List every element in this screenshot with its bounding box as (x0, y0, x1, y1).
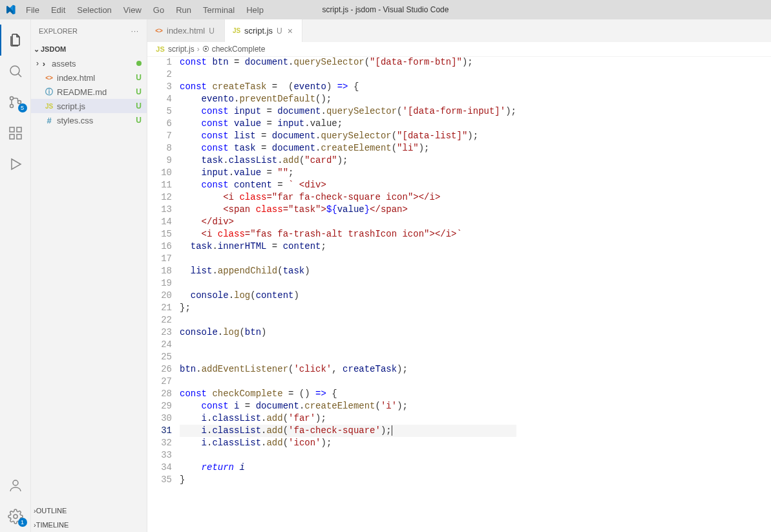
file-js-icon: JS (155, 44, 165, 54)
file-name: script.js (57, 101, 136, 111)
untracked-badge: U (136, 101, 142, 111)
accounts-icon[interactable] (0, 470, 31, 501)
extensions-icon[interactable] (0, 118, 31, 149)
untracked-badge: U (136, 73, 142, 82)
file-type-icon: › (39, 58, 49, 69)
breadcrumb-file[interactable]: script.js (168, 45, 195, 54)
line-gutter: 1234567891011121314151617181920212223242… (147, 56, 180, 532)
svg-line-1 (18, 74, 21, 77)
tab-script-js[interactable]: JSscript.jsU× (225, 19, 302, 42)
untracked-badge: U (136, 116, 142, 125)
sidebar: EXPLORER ··· ⌄ JSDOM ››assets<>index.htm… (31, 19, 147, 532)
file-type-icon: <> (44, 72, 54, 83)
file-name: styles.css (57, 116, 136, 125)
tab-bar: <>index.htmlUJSscript.jsU× (147, 19, 771, 42)
svg-marker-9 (12, 159, 21, 169)
file-type-icon: JS (44, 101, 54, 111)
tab-mod: U (209, 27, 215, 36)
titlebar: FileEditSelectionViewGoRunTerminalHelp s… (0, 0, 771, 19)
file-type-icon: <> (154, 26, 164, 36)
file-type-icon: ⓘ (44, 87, 54, 97)
settings-badge: 1 (18, 518, 27, 527)
breadcrumb-symbol[interactable]: checkComplete (212, 45, 266, 54)
timeline-section[interactable]: › TIMELINE (31, 518, 147, 532)
svg-rect-5 (10, 127, 14, 132)
activity-bar: 5 1 (0, 19, 31, 532)
menu-run[interactable]: Run (171, 3, 196, 17)
code-editor[interactable]: 1234567891011121314151617181920212223242… (147, 56, 771, 532)
file-name: README.md (57, 87, 136, 97)
sidebar-title: EXPLORER ··· (31, 19, 147, 42)
menu-go[interactable]: Go (148, 3, 169, 17)
more-icon[interactable]: ··· (131, 27, 139, 35)
vscode-logo-icon (5, 5, 16, 15)
svg-rect-7 (17, 134, 21, 139)
explorer-icon[interactable] (0, 25, 31, 56)
svg-rect-8 (17, 127, 21, 132)
outline-section[interactable]: › OUTLINE (31, 504, 147, 518)
tab-mod: U (277, 27, 282, 36)
file-name: index.html (57, 73, 136, 83)
file-type-icon: JS (231, 26, 242, 36)
menu-edit[interactable]: Edit (46, 3, 70, 17)
file-list: ››assets<>index.htmlUⓘREADME.mdUJSscript… (31, 56, 147, 127)
close-icon[interactable]: × (288, 26, 293, 36)
file-row-README-md[interactable]: ⓘREADME.mdU (31, 85, 147, 99)
tab-index-html[interactable]: <>index.htmlU (147, 19, 225, 42)
search-icon[interactable] (0, 56, 31, 87)
tab-label: script.js (244, 26, 273, 36)
svg-point-3 (10, 105, 13, 108)
menu-selection[interactable]: Selection (72, 3, 116, 17)
outline-label: OUTLINE (36, 507, 67, 515)
file-type-icon: # (44, 115, 54, 125)
menu-terminal[interactable]: Terminal (198, 3, 240, 17)
folder-header[interactable]: ⌄ JSDOM (31, 42, 147, 56)
svg-point-10 (13, 480, 18, 485)
file-row-styles-css[interactable]: #styles.cssU (31, 113, 147, 127)
svg-point-11 (14, 515, 17, 518)
source-control-icon[interactable]: 5 (0, 87, 31, 118)
file-row-assets[interactable]: ››assets (31, 56, 147, 70)
svg-point-0 (10, 66, 19, 75)
run-debug-icon[interactable] (0, 149, 31, 180)
symbol-icon: ⦿ (202, 45, 209, 53)
settings-gear-icon[interactable]: 1 (0, 501, 31, 532)
window-title: script.js - jsdom - Visual Studio Code (322, 5, 449, 14)
svg-rect-6 (10, 134, 14, 139)
file-row-script-js[interactable]: JSscript.jsU (31, 99, 147, 113)
code-content[interactable]: const btn = document.querySelector("[dat… (180, 56, 516, 532)
tab-label: index.html (167, 26, 205, 36)
timeline-label: TIMELINE (36, 521, 69, 529)
file-row-index-html[interactable]: <>index.htmlU (31, 70, 147, 85)
file-name: assets (52, 59, 136, 69)
modified-dot-icon (136, 61, 142, 66)
menu-view[interactable]: View (118, 3, 147, 17)
svg-point-2 (10, 97, 13, 100)
chevron-down-icon: ⌄ (34, 45, 39, 54)
menu-file[interactable]: File (21, 3, 45, 17)
folder-name: JSDOM (41, 45, 66, 53)
chevron-right-icon: › (197, 45, 200, 54)
scm-badge: 5 (18, 103, 27, 112)
menu-help[interactable]: Help (241, 3, 269, 17)
untracked-badge: U (136, 87, 142, 96)
sidebar-title-text: EXPLORER (39, 27, 78, 35)
menu-bar: FileEditSelectionViewGoRunTerminalHelp (21, 3, 269, 17)
editor-area: <>index.htmlUJSscript.jsU× JS script.js … (147, 19, 771, 532)
breadcrumbs[interactable]: JS script.js › ⦿ checkComplete (147, 42, 771, 56)
